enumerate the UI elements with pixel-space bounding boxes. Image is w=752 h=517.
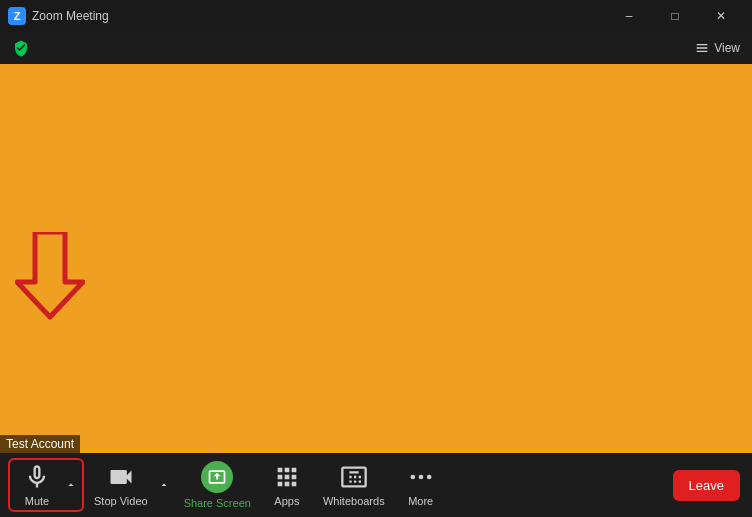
- minimize-button[interactable]: –: [606, 0, 652, 32]
- main-content: Test Account: [0, 64, 752, 453]
- apps-icon: [273, 463, 301, 491]
- share-screen-icon: [201, 461, 233, 493]
- mute-button[interactable]: Mute: [12, 463, 62, 507]
- test-account-label: Test Account: [0, 435, 80, 453]
- leave-button[interactable]: Leave: [673, 470, 740, 501]
- maximize-button[interactable]: □: [652, 0, 698, 32]
- video-chevron-button[interactable]: [154, 458, 174, 512]
- window-controls: – □ ✕: [606, 0, 744, 32]
- close-button[interactable]: ✕: [698, 0, 744, 32]
- svg-point-2: [418, 475, 423, 480]
- svg-point-1: [410, 475, 415, 480]
- window-title: Zoom Meeting: [32, 9, 109, 23]
- security-badge: [12, 39, 30, 57]
- view-icon: [694, 40, 710, 56]
- shield-icon: [12, 39, 30, 57]
- svg-point-3: [426, 475, 431, 480]
- mute-label: Mute: [25, 495, 49, 507]
- chevron-up-icon: [65, 479, 77, 491]
- apps-button[interactable]: Apps: [257, 453, 317, 517]
- apps-label: Apps: [274, 495, 299, 507]
- stop-video-label: Stop Video: [94, 495, 148, 507]
- mute-chevron-button[interactable]: [62, 479, 80, 491]
- svg-marker-0: [17, 232, 83, 317]
- arrow-indicator: [15, 232, 85, 322]
- whiteboards-icon: [340, 463, 368, 491]
- share-icon-svg: [207, 467, 227, 487]
- more-label: More: [408, 495, 433, 507]
- video-camera-icon: [107, 463, 135, 491]
- whiteboards-button[interactable]: Whiteboards: [317, 453, 391, 517]
- more-icon: [407, 463, 435, 491]
- chevron-up-video-icon: [158, 479, 170, 491]
- whiteboards-label: Whiteboards: [323, 495, 385, 507]
- more-button[interactable]: More: [391, 453, 451, 517]
- title-bar-left: Z Zoom Meeting: [8, 7, 109, 25]
- view-button[interactable]: View: [694, 40, 740, 56]
- down-arrow-icon: [15, 232, 85, 322]
- toolbar: Mute Stop Video Share Sc: [0, 453, 752, 517]
- share-screen-button[interactable]: Share Screen: [178, 453, 257, 517]
- microphone-icon: [23, 463, 51, 491]
- meeting-bar: View: [0, 32, 752, 64]
- zoom-logo-icon: Z: [8, 7, 26, 25]
- share-screen-label: Share Screen: [184, 497, 251, 509]
- title-bar: Z Zoom Meeting – □ ✕: [0, 0, 752, 32]
- stop-video-group: Stop Video: [88, 458, 174, 512]
- stop-video-button[interactable]: Stop Video: [88, 458, 154, 512]
- mute-group: Mute: [8, 458, 84, 512]
- view-label: View: [714, 41, 740, 55]
